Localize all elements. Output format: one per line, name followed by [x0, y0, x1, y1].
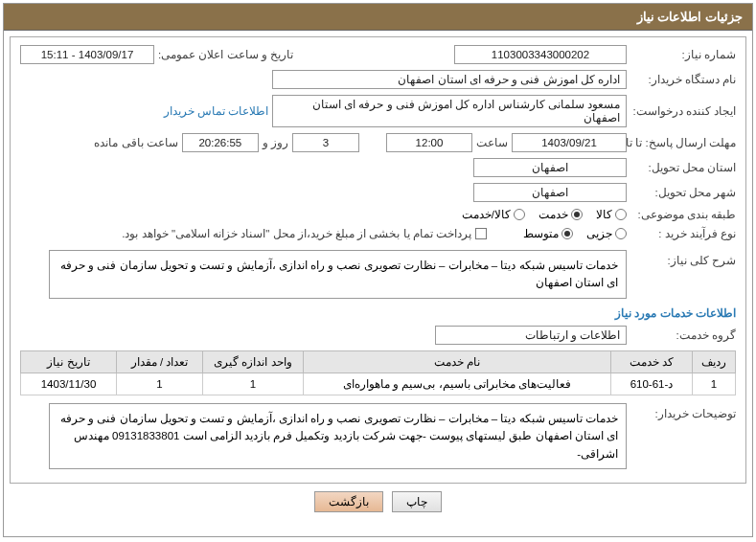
- print-button[interactable]: چاپ: [392, 491, 442, 512]
- th-need-date: تاریخ نیاز: [21, 350, 117, 373]
- table-row: 1 د-61-610 فعالیت‌های مخابراتی باسیم، بی…: [21, 373, 736, 395]
- back-button[interactable]: بازگشت: [314, 491, 383, 512]
- action-bar: چاپ بازگشت: [10, 491, 746, 512]
- category-label: طبقه بندی موضوعی:: [630, 208, 736, 221]
- city-label: شهر محل تحویل:: [630, 186, 736, 199]
- need-desc-value: خدمات تاسیس شبکه دیتا – مخابرات – نظارت …: [49, 250, 627, 299]
- service-group-label: گروه خدمت:: [630, 328, 736, 342]
- th-unit: واحد اندازه گیری: [203, 350, 304, 373]
- city-value: اصفهان: [473, 183, 627, 202]
- deadline-time: 12:00: [386, 133, 472, 152]
- buyer-contact-link[interactable]: اطلاعات تماس خریدار: [164, 104, 268, 118]
- buyer-notes-label: توضیحات خریدار:: [630, 403, 736, 420]
- time-left-label: ساعت باقی مانده: [94, 136, 177, 149]
- payment-note: پرداخت تمام یا بخشی از مبلغ خرید،از محل …: [122, 227, 471, 240]
- days-remaining: 3: [292, 133, 359, 152]
- requester-value: مسعود سلمانی کارشناس اداره کل اموزش فنی …: [272, 95, 627, 127]
- page-title: جزئیات اطلاعات نیاز: [4, 4, 752, 31]
- province-label: استان محل تحویل:: [630, 161, 736, 174]
- purchase-type-group: جزیی متوسط: [523, 227, 627, 240]
- time-label: ساعت: [476, 136, 508, 149]
- province-value: اصفهان: [473, 158, 627, 177]
- buyer-org-label: نام دستگاه خریدار:: [630, 73, 736, 86]
- service-group-value: اطلاعات و ارتباطات: [435, 326, 627, 345]
- category-radio-group: کالا خدمت کالا/خدمت: [462, 208, 627, 221]
- main-panel: شماره نیاز: 1103003343000202 تاریخ و ساع…: [10, 36, 746, 484]
- requester-label: ایجاد کننده درخواست:: [630, 104, 736, 118]
- th-row: ردیف: [693, 350, 736, 373]
- buyer-notes-value: خدمات تاسیس شبکه دیتا – مخابرات – نظارت …: [49, 403, 627, 469]
- pt-medium[interactable]: متوسط: [523, 227, 573, 240]
- th-code: کد خدمت: [611, 350, 693, 373]
- th-qty: تعداد / مقدار: [117, 350, 203, 373]
- buyer-org-value: اداره کل اموزش فنی و حرفه ای استان اصفها…: [272, 70, 627, 89]
- cat-goods-service[interactable]: کالا/خدمت: [462, 208, 525, 221]
- payment-checkbox[interactable]: [475, 228, 487, 239]
- cat-goods[interactable]: کالا: [596, 208, 627, 221]
- days-and-label: روز و: [263, 136, 288, 149]
- th-name: نام خدمت: [304, 350, 611, 373]
- purchase-type-label: نوع فرآیند خرید :: [630, 227, 736, 240]
- services-table: ردیف کد خدمت نام خدمت واحد اندازه گیری ت…: [20, 350, 736, 395]
- time-remaining: 20:26:55: [182, 133, 259, 152]
- services-info-label: اطلاعات خدمات مورد نیاز: [20, 306, 736, 320]
- pt-minor[interactable]: جزیی: [586, 227, 627, 240]
- cat-service[interactable]: خدمت: [538, 208, 583, 221]
- announce-dt-value: 1403/09/17 - 15:11: [20, 45, 154, 64]
- deadline-label: مهلت ارسال پاسخ: تا تاریخ:: [630, 136, 736, 150]
- need-no-label: شماره نیاز:: [630, 48, 736, 61]
- need-no-value: 1103003343000202: [454, 45, 627, 64]
- need-desc-label: شرح کلی نیاز:: [630, 250, 736, 267]
- announce-dt-label: تاریخ و ساعت اعلان عمومی:: [158, 48, 293, 61]
- deadline-date: 1403/09/21: [512, 133, 627, 152]
